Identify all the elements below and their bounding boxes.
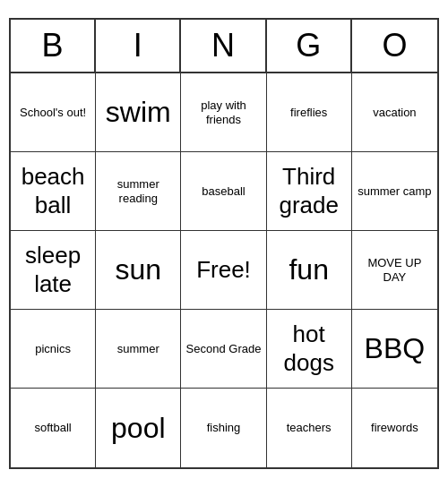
bingo-cell-16: summer xyxy=(96,310,181,389)
header-letter-o: O xyxy=(352,20,437,72)
bingo-cell-15: picnics xyxy=(11,310,96,389)
bingo-grid: School's out!swimplay with friendsfirefl… xyxy=(11,73,437,467)
header-letter-g: G xyxy=(267,20,352,72)
bingo-cell-24: firewords xyxy=(352,389,437,467)
bingo-cell-20: softball xyxy=(11,389,96,467)
bingo-cell-8: Third grade xyxy=(267,152,352,231)
bingo-cell-0: School's out! xyxy=(11,73,96,152)
bingo-cell-4: vacation xyxy=(352,73,437,152)
header-letter-n: N xyxy=(181,20,266,72)
bingo-header: BINGO xyxy=(11,20,437,73)
bingo-card: BINGO School's out!swimplay with friends… xyxy=(9,18,439,469)
bingo-cell-11: sun xyxy=(96,231,181,310)
bingo-cell-6: summer reading xyxy=(96,152,181,231)
bingo-cell-23: teachers xyxy=(267,389,352,467)
bingo-cell-3: fireflies xyxy=(267,73,352,152)
bingo-cell-5: beach ball xyxy=(11,152,96,231)
bingo-cell-9: summer camp xyxy=(352,152,437,231)
bingo-cell-19: BBQ xyxy=(352,310,437,389)
bingo-cell-13: fun xyxy=(267,231,352,310)
bingo-cell-14: MOVE UP DAY xyxy=(352,231,437,310)
bingo-cell-12: Free! xyxy=(181,231,266,310)
bingo-cell-18: hot dogs xyxy=(267,310,352,389)
header-letter-i: I xyxy=(96,20,181,72)
bingo-cell-21: pool xyxy=(96,389,181,467)
bingo-cell-22: fishing xyxy=(181,389,266,467)
bingo-cell-10: sleep late xyxy=(11,231,96,310)
bingo-cell-17: Second Grade xyxy=(181,310,266,389)
bingo-cell-2: play with friends xyxy=(181,73,266,152)
bingo-cell-1: swim xyxy=(96,73,181,152)
header-letter-b: B xyxy=(11,20,96,72)
bingo-cell-7: baseball xyxy=(181,152,266,231)
